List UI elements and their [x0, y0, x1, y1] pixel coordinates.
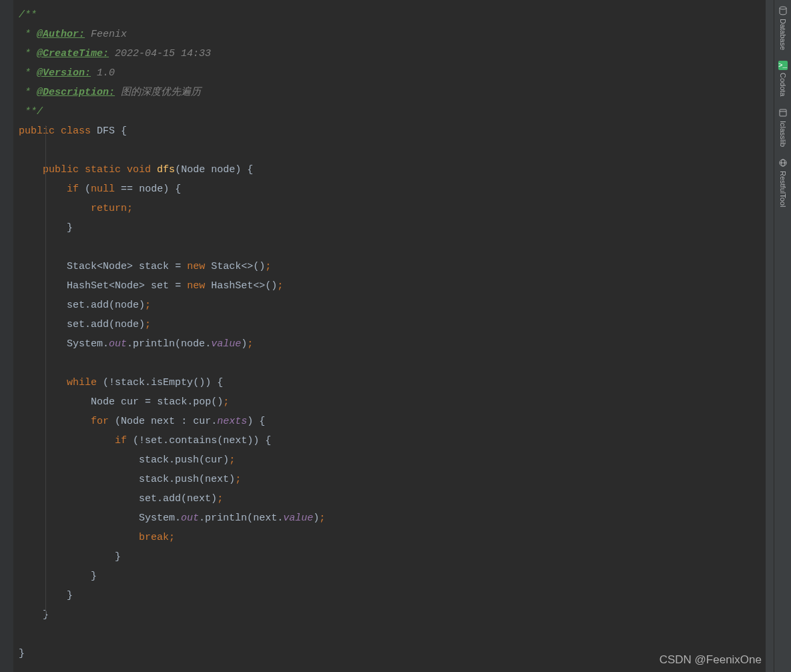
globe-icon: [778, 157, 788, 168]
svg-rect-1: [780, 109, 786, 116]
code-line: }: [13, 547, 766, 567]
database-tool[interactable]: Database: [778, 5, 788, 50]
editor-gutter: [0, 0, 13, 672]
code-line: [13, 141, 766, 160]
database-icon: [778, 5, 788, 16]
code-line: stack.push(cur);: [13, 450, 766, 470]
code-line: HashSet<Node> set = new HashSet<>();: [13, 276, 766, 296]
code-line: * @CreateTime: 2022-04-15 14:33: [13, 44, 766, 63]
code-line: /**: [13, 5, 766, 25]
code-line: [13, 354, 766, 373]
tool-label: Codota: [779, 73, 787, 96]
code-line: while (!stack.isEmpty()) {: [13, 373, 766, 392]
code-line: System.out.println(next.value);: [13, 509, 766, 528]
code-line: public class DFS {: [13, 121, 766, 141]
code-line: [13, 238, 766, 257]
codota-icon: >_: [778, 61, 788, 70]
code-line: }: [13, 644, 766, 663]
code-line: set.add(node);: [13, 315, 766, 334]
code-line: }: [13, 586, 766, 605]
code-line: }: [13, 218, 766, 238]
code-line: for (Node next : cur.nexts) {: [13, 412, 766, 431]
restful-tool[interactable]: RestfulTool: [778, 157, 788, 207]
code-line: System.out.println(node.value);: [13, 334, 766, 354]
code-line: if (null == node) {: [13, 180, 766, 199]
svg-point-0: [780, 7, 786, 9]
watermark: CSDN @FeenixOne: [660, 653, 762, 667]
indent-guide: [45, 125, 46, 617]
code-line: set.add(node);: [13, 296, 766, 315]
code-line: Stack<Node> stack = new Stack<>();: [13, 257, 766, 276]
code-line: stack.push(next);: [13, 470, 766, 489]
tool-window-bar: Database >_ Codota Iclasslib RestfulTool: [774, 0, 791, 672]
code-line: Node cur = stack.pop();: [13, 392, 766, 412]
code-line: set.add(next);: [13, 489, 766, 509]
code-line: * @Version: 1.0: [13, 63, 766, 83]
vertical-scrollbar[interactable]: [766, 0, 774, 672]
code-line: * @Author: Feenix: [13, 25, 766, 44]
code-line: [13, 625, 766, 644]
codota-tool[interactable]: >_ Codota: [778, 61, 788, 96]
code-line: public static void dfs(Node node) {: [13, 160, 766, 180]
code-line: }: [13, 605, 766, 625]
classlib-icon: [778, 107, 788, 118]
code-line: return;: [13, 199, 766, 218]
tool-label: Iclasslib: [779, 121, 787, 147]
code-line: **/: [13, 102, 766, 121]
code-line: }: [13, 567, 766, 586]
tool-label: Database: [779, 19, 787, 50]
code-line: if (!set.contains(next)) {: [13, 431, 766, 450]
tool-label: RestfulTool: [779, 171, 787, 207]
classlib-tool[interactable]: Iclasslib: [778, 107, 788, 147]
code-line: break;: [13, 528, 766, 547]
code-line: * @Description: 图的深度优先遍历: [13, 83, 766, 102]
code-editor[interactable]: /** * @Author: Feenix * @CreateTime: 202…: [13, 0, 766, 672]
